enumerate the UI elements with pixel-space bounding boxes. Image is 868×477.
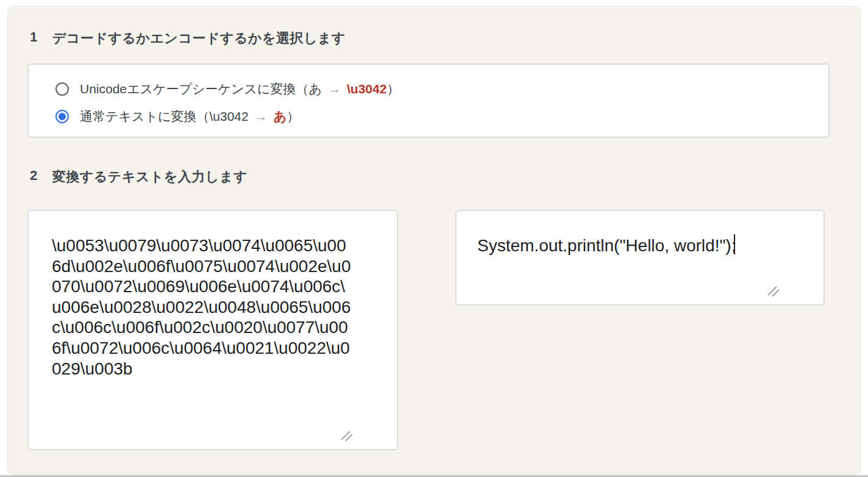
arrow-right-icon: →: [328, 82, 341, 96]
option-decode-highlight: あ: [274, 109, 287, 123]
resize-handle-icon[interactable]: [341, 431, 354, 442]
option-encode-highlight: \u3042: [347, 82, 386, 96]
option-encode-suffix: ）: [386, 82, 399, 96]
step1-number: 1: [30, 29, 38, 48]
radio-decode-selected[interactable]: [55, 110, 69, 123]
step1-heading: 1 デコードするかエンコードするかを選択します: [30, 29, 346, 48]
step2-title: 変換するテキストを入力します: [52, 168, 247, 186]
option-encode-text: Unicodeエスケープシーケンスに変換（あ: [80, 82, 322, 96]
option-decode-row[interactable]: 通常テキストに変換（\u3042→あ）: [55, 108, 299, 125]
text-caret: [734, 234, 735, 254]
option-decode-suffix: ）: [286, 109, 299, 123]
step1-title: デコードするかエンコードするかを選択します: [52, 29, 346, 48]
arrow-right-icon: →: [255, 109, 268, 123]
output-textarea-wrap: System.out.println("Hello, world!");: [455, 210, 825, 306]
option-encode-label[interactable]: Unicodeエスケープシーケンスに変換（あ→\u3042）: [80, 81, 399, 98]
mode-option-panel: Unicodeエスケープシーケンスに変換（あ→\u3042） 通常テキストに変換…: [27, 63, 830, 138]
input-textarea-wrap: \u0053\u0079\u0073\u0074\u0065\u006d\u00…: [27, 210, 398, 450]
option-decode-text: 通常テキストに変換（\u3042: [80, 109, 249, 123]
resize-handle-icon[interactable]: [767, 287, 781, 298]
option-encode-row[interactable]: Unicodeエスケープシーケンスに変換（あ→\u3042）: [55, 81, 399, 98]
step2-heading: 2 変換するテキストを入力します: [30, 168, 247, 186]
option-decode-label[interactable]: 通常テキストに変換（\u3042→あ）: [80, 108, 299, 125]
tool-panel: 1 デコードするかエンコードするかを選択します Unicodeエスケープシーケン…: [7, 6, 861, 475]
convert-input-textarea[interactable]: \u0053\u0079\u0073\u0074\u0065\u006d\u00…: [27, 210, 398, 450]
step2-number: 2: [30, 168, 38, 186]
radio-encode[interactable]: [55, 82, 69, 96]
